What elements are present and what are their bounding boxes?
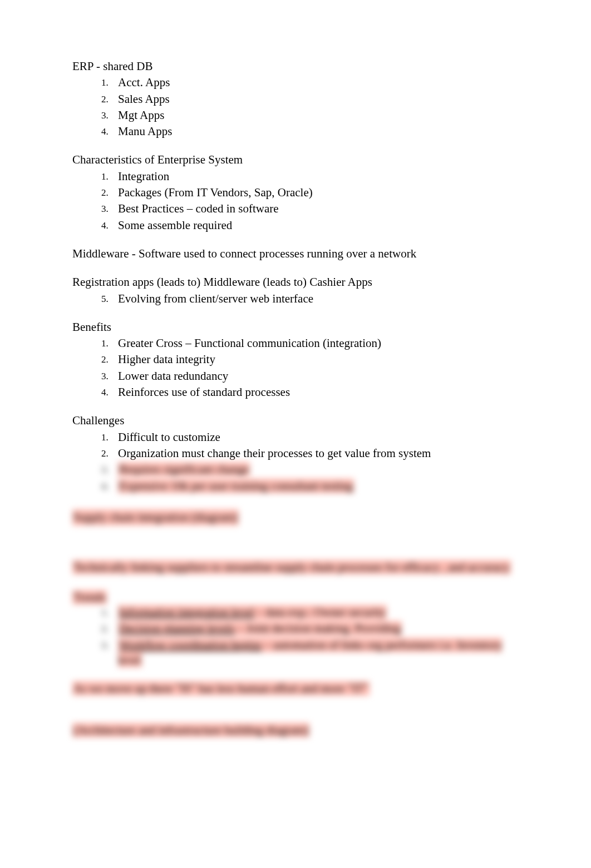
blurred-heading: Supply chain integration (diagram): [72, 509, 239, 525]
list-item: 1.Greater Cross – Functional communicati…: [101, 336, 519, 351]
list-text: Expensive 10k per user training consulta…: [118, 479, 354, 493]
trend-label: Information integration level: [119, 606, 254, 619]
blurred-paragraph: Technically linking suppliers to streaml…: [72, 560, 511, 574]
list-number: 2.: [101, 448, 109, 460]
list-number: 3.: [101, 639, 109, 652]
list-number: 4.: [101, 480, 109, 493]
list-text: Lower data redundancy: [118, 369, 228, 383]
challenges-title: Challenges: [72, 413, 519, 428]
list-text: Packages (From IT Vendors, Sap, Oracle): [118, 186, 313, 199]
list-text: Integration: [118, 170, 169, 183]
list-item: 1.Integration: [101, 169, 519, 184]
blurred-trends-list: 1. Information integration level – data …: [72, 605, 519, 668]
middleware-text: Middleware - Software used to connect pr…: [72, 246, 519, 261]
list-item: 5.Evolving from client/server web interf…: [101, 291, 519, 306]
trend-rest: – Joint decision making. Providing: [235, 622, 401, 635]
trend-label: Workflow coordination begins: [119, 638, 262, 652]
list-item: 3.Mgt Apps: [101, 108, 519, 123]
blurred-trends-title: Trends: [72, 590, 107, 604]
blurred-note: As we move up there "IS" has less human …: [72, 681, 370, 696]
list-text: Requires significant change: [118, 462, 250, 477]
list-number: 1.: [101, 431, 109, 444]
list-number: 4.: [101, 220, 109, 232]
list-number: 5.: [101, 293, 109, 305]
list-number: 4.: [101, 126, 109, 138]
trend-label: Decision planning levels: [119, 622, 235, 635]
list-item: 1.Acct. Apps: [101, 75, 519, 90]
list-number: 3.: [101, 464, 109, 476]
list-item-blurred: 3. Workflow coordination begins – automa…: [101, 638, 519, 668]
list-text: Greater Cross – Functional communication…: [118, 336, 381, 350]
blurred-final: (Architecture and infrastructure buildin…: [72, 723, 309, 737]
list-item: 3.Best Practices – coded in software: [101, 201, 519, 216]
challenges-list: 1.Difficult to customize 2.Organization …: [72, 430, 519, 494]
list-number: 1.: [101, 77, 109, 89]
list-text: Difficult to customize: [118, 430, 220, 444]
list-item: 1.Difficult to customize: [101, 430, 519, 445]
list-number: 4.: [101, 386, 109, 399]
list-number: 1.: [101, 171, 109, 183]
list-item: 3.Lower data redundancy: [101, 369, 519, 384]
list-number: 1.: [101, 607, 109, 619]
blurred-content: Supply chain integration (diagram) Techn…: [72, 496, 519, 738]
erp-title: ERP - shared DB: [72, 59, 519, 74]
flow-text: Registration apps (leads to) Middleware …: [72, 275, 519, 290]
trend-rest: – data exp.: Owner security: [254, 606, 386, 619]
list-number: 3.: [101, 203, 109, 215]
characteristics-list: 1.Integration 2.Packages (From IT Vendor…: [72, 169, 519, 233]
list-text: Acct. Apps: [118, 76, 170, 89]
list-number: 2.: [101, 623, 109, 635]
list-text: Evolving from client/server web interfac…: [118, 292, 313, 305]
list-item-blurred: 1. Information integration level – data …: [101, 605, 519, 620]
list-text: Best Practices – coded in software: [118, 202, 279, 215]
list-item-blurred: 3.Requires significant change: [101, 462, 519, 477]
list-number: 3.: [101, 370, 109, 383]
list-text: Some assemble required: [118, 219, 232, 232]
list-number: 2.: [101, 354, 109, 366]
list-number: 3.: [101, 110, 109, 122]
list-item: 2.Packages (From IT Vendors, Sap, Oracle…: [101, 185, 519, 200]
list-item: 2.Sales Apps: [101, 92, 519, 107]
list-text: Mgt Apps: [118, 108, 164, 122]
list-item: 4.Reinforces use of standard processes: [101, 385, 519, 400]
list-number: 1.: [101, 338, 109, 350]
erp-list: 1.Acct. Apps 2.Sales Apps 3.Mgt Apps 4.M…: [72, 75, 519, 139]
list-item: 2.Organization must change their process…: [101, 446, 519, 461]
list-text: Manu Apps: [118, 125, 172, 138]
list-number: 2.: [101, 93, 109, 106]
list-text: Reinforces use of standard processes: [118, 385, 290, 399]
benefits-list: 1.Greater Cross – Functional communicati…: [72, 336, 519, 400]
characteristics-title: Characteristics of Enterprise System: [72, 152, 519, 167]
list-number: 2.: [101, 187, 109, 199]
flow-sub-list: 5.Evolving from client/server web interf…: [72, 291, 519, 306]
list-item: 4.Some assemble required: [101, 218, 519, 233]
list-text: Higher data integrity: [118, 353, 215, 366]
list-item: 2.Higher data integrity: [101, 352, 519, 367]
list-item-blurred: 2. Decision planning levels – Joint deci…: [101, 621, 519, 636]
list-text: Organization must change their processes…: [118, 447, 431, 460]
list-text: Sales Apps: [118, 92, 170, 106]
list-item: 4.Manu Apps: [101, 124, 519, 139]
list-item-blurred: 4.Expensive 10k per user training consul…: [101, 479, 519, 494]
benefits-title: Benefits: [72, 320, 519, 335]
